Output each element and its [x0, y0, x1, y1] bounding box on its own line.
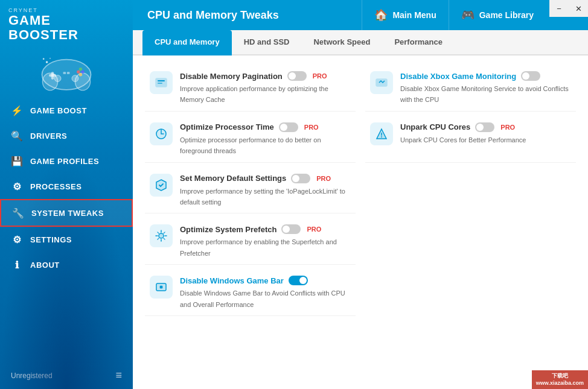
svg-point-6	[81, 71, 84, 74]
hamburger-menu-icon[interactable]: ≡	[115, 369, 122, 382]
svg-point-15	[50, 58, 51, 59]
unpark-cpu-cores-toggle[interactable]	[475, 122, 494, 132]
game-library-button[interactable]: 🎮 Game Library	[449, 0, 546, 30]
tab-network-speed[interactable]: Network Speed	[301, 30, 382, 55]
tab-performance[interactable]: Performance	[382, 30, 454, 55]
svg-rect-18	[158, 83, 162, 84]
system-tweaks-icon: 🔧	[12, 207, 24, 219]
sidebar-footer: Unregistered ≡	[0, 362, 133, 389]
svg-rect-11	[63, 72, 66, 75]
memory-default-icon	[150, 174, 173, 197]
watermark: 下载吧www.xiazaiba.com	[532, 370, 588, 389]
system-prefetch-toggle[interactable]	[281, 224, 301, 234]
sidebar-item-processes[interactable]: ⚙ PROCESSES	[0, 174, 133, 199]
settings-icon: ⚙	[11, 233, 23, 245]
list-item: Optimize Processor Time PRO Optimize pro…	[145, 116, 356, 163]
disable-xbox-monitoring-toggle[interactable]	[521, 71, 540, 81]
windows-game-bar-icon	[150, 276, 173, 299]
app-logo: CRYNET GAME BOOSTER	[0, 0, 133, 47]
optimize-processor-icon	[150, 122, 173, 145]
svg-rect-17	[158, 80, 165, 81]
sidebar-item-system-tweaks[interactable]: 🔧 SYSTEM TWEAKS	[0, 199, 133, 227]
list-item: Optimize System Prefetch PRO Improve per…	[145, 218, 356, 265]
svg-point-13	[46, 62, 48, 64]
unpark-cpu-icon	[370, 122, 393, 145]
svg-point-5	[77, 71, 80, 74]
svg-rect-12	[67, 72, 70, 75]
empty-cell	[365, 168, 576, 214]
list-item: Disable Xbox Game Monitoring Disable Xbo…	[365, 65, 576, 112]
sidebar-item-settings[interactable]: ⚙ SETTINGS	[0, 227, 133, 252]
page-title: CPU and Memory Tweaks	[133, 9, 362, 22]
optimize-processor-time-toggle[interactable]	[279, 122, 298, 132]
tab-hd-ssd[interactable]: HD and SSD	[232, 30, 302, 55]
main-content: CPU and Memory Tweaks 🏠 Main Menu 🎮 Game…	[133, 0, 588, 389]
sidebar: CRYNET GAME BOOSTER	[0, 0, 133, 389]
drivers-icon: 🔍	[11, 130, 23, 142]
game-profiles-icon: 💾	[11, 155, 23, 167]
list-item: Unpark CPU Cores PRO Unpark CPU Cores fo…	[365, 116, 576, 163]
svg-rect-19	[376, 79, 387, 86]
registration-status: Unregistered	[11, 372, 53, 380]
game-boost-icon: ⚡	[11, 104, 23, 116]
list-item: Disable Windows Game Bar Disable Windows…	[145, 270, 356, 316]
controller-graphic	[0, 49, 133, 92]
main-menu-button[interactable]: 🏠 Main Menu	[362, 0, 448, 30]
disable-game-bar-toggle[interactable]	[289, 276, 308, 285]
xbox-monitoring-icon	[370, 71, 393, 94]
svg-rect-27	[160, 286, 162, 288]
empty-cell-2	[365, 218, 576, 265]
disable-memory-pagination-toggle[interactable]	[287, 71, 307, 81]
svg-point-8	[79, 73, 82, 76]
memory-default-toggle[interactable]	[291, 174, 310, 183]
svg-point-14	[43, 59, 45, 60]
tab-cpu-memory[interactable]: CPU and Memory	[142, 30, 232, 55]
svg-point-24	[159, 233, 164, 238]
minimize-button[interactable]: −	[549, 0, 569, 17]
tweaks-grid: Disable Memory Pagination PRO Improve ap…	[145, 65, 576, 316]
sidebar-navigation: ⚡ GAME BOOST 🔍 DRIVERS 💾 GAME PROFILES ⚙…	[0, 95, 133, 362]
svg-point-10	[72, 75, 78, 82]
sidebar-item-game-profiles[interactable]: 💾 GAME PROFILES	[0, 148, 133, 174]
window-controls: − ✕	[549, 0, 588, 17]
sidebar-item-game-boost[interactable]: ⚡ GAME BOOST	[0, 98, 133, 123]
svg-point-23	[381, 136, 382, 138]
svg-point-2	[75, 73, 90, 90]
sidebar-item-about[interactable]: ℹ ABOUT	[0, 252, 133, 277]
list-item: Disable Memory Pagination PRO Improve ap…	[145, 65, 356, 112]
svg-point-9	[54, 75, 61, 82]
sidebar-item-drivers[interactable]: 🔍 DRIVERS	[0, 123, 133, 148]
gamepad-icon: 🎮	[461, 8, 475, 22]
system-prefetch-icon	[150, 224, 173, 247]
list-item: Set Memory Default Settings PRO Improve …	[145, 168, 356, 214]
svg-point-7	[79, 68, 82, 71]
tweaks-content: Disable Memory Pagination PRO Improve ap…	[133, 55, 588, 389]
close-button[interactable]: ✕	[569, 0, 588, 17]
memory-pagination-icon	[150, 71, 173, 94]
about-icon: ℹ	[11, 259, 23, 271]
content-tabs: CPU and Memory HD and SSD Network Speed …	[133, 30, 588, 55]
home-icon: 🏠	[374, 8, 388, 22]
processes-icon: ⚙	[11, 180, 23, 192]
topbar: CPU and Memory Tweaks 🏠 Main Menu 🎮 Game…	[133, 0, 588, 30]
